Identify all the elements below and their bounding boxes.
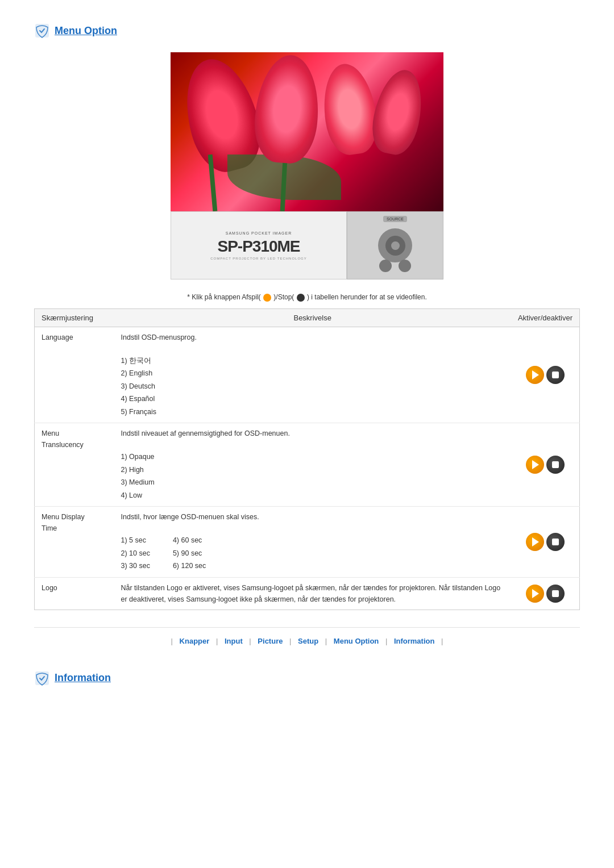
brand-small: SAMSUNG POCKET IMAGER [226,231,292,235]
brand-model: SP-P310ME [217,237,300,256]
language-options: 1) 한국어 2) English 3) Deutsch 4) Español … [121,354,504,419]
displaytime-col1: 1) 5 sec 2) 10 sec 3) 30 sec [121,534,150,573]
row-desc-text: Indstil OSD-menusprog. [121,332,504,343]
video-note-end: ) i tabellen herunder for at se videofil… [307,293,427,301]
play-button-displaytime[interactable] [526,533,544,551]
menu-option-icon [34,23,50,39]
displaytime-desc: Indstil, hvor længe OSD-menuen skal vise… [121,511,504,523]
main-table: Skærmjustering Beskrivelse Aktiver/deakt… [34,308,580,610]
image-section: SAMSUNG POCKET IMAGER SP-P310ME COMPACT … [34,52,580,279]
row-label-language: Language [35,327,114,423]
translucency-desc: Indstil niveauet af gennemsigtighed for … [121,428,504,439]
information-icon [34,670,50,686]
nav-sep-5: | [325,637,327,645]
video-note: * Klik på knappen Afspil( )/Stop( ) i ta… [34,293,580,302]
stop-button-language[interactable] [546,366,565,384]
nav-sep-1: | [171,637,173,645]
page-title: Menu Option [55,25,117,37]
play-icon-inline [263,294,271,302]
bottom-navigation: | Knapper | Input | Picture | Setup | Me… [34,627,580,654]
row-actions-translucency [511,423,580,507]
play-button-logo[interactable] [526,585,544,603]
nav-link-picture[interactable]: Picture [258,637,283,645]
action-buttons-translucency[interactable] [518,456,572,474]
projector-brand: SAMSUNG POCKET IMAGER SP-P310ME COMPACT … [171,211,347,279]
tulip-image [171,52,443,211]
brand-sub: COMPACT PROJECTOR BY LED TECHNOLOGY [210,257,306,260]
row-desc-translucency: Indstil niveauet af gennemsigtighed for … [114,423,511,507]
device-circle [378,228,412,262]
video-note-middle: )/Stop( [273,293,294,301]
nav-sep-6: | [385,637,387,645]
nav-link-input[interactable]: Input [225,637,243,645]
row-actions-displaytime [511,507,580,578]
translucency-options: 1) Opaque 2) High 3) Medium 4) Low [121,450,504,502]
play-button-translucency[interactable] [526,456,544,474]
nav-sep-7: | [441,637,443,645]
row-label-translucency: MenuTranslucency [35,423,114,507]
nav-sep-2: | [216,637,218,645]
device-images: SAMSUNG POCKET IMAGER SP-P310ME COMPACT … [171,52,443,279]
action-buttons-language[interactable] [518,366,572,384]
nav-link-knapper[interactable]: Knapper [180,637,210,645]
table-row: Menu DisplayTime Indstil, hvor længe OSD… [35,507,580,578]
stop-button-logo[interactable] [546,585,565,603]
table-header-col2: Beskrivelse [114,308,511,327]
device-inner [385,236,405,256]
nav-link-setup[interactable]: Setup [298,637,318,645]
stop-button-displaytime[interactable] [546,533,565,551]
table-row: MenuTranslucency Indstil niveauet af gen… [35,423,580,507]
info-section: Information [34,666,580,686]
action-buttons-displaytime[interactable] [518,533,572,551]
row-actions-language [511,327,580,423]
stop-button-translucency[interactable] [546,456,565,474]
row-label-displaytime: Menu DisplayTime [35,507,114,578]
table-header-col3: Aktiver/deaktiver [511,308,580,327]
nav-sep-4: | [289,637,291,645]
page-header: Menu Option [34,23,580,39]
device-btn-2 [399,260,411,272]
row-desc-language: Indstil OSD-menusprog. 1) 한국어 2) English… [114,327,511,423]
nav-link-menuoption[interactable]: Menu Option [334,637,379,645]
device-btn-1 [379,260,392,272]
displaytime-options: 1) 5 sec 2) 10 sec 3) 30 sec 4) 60 sec 5… [121,534,504,573]
action-buttons-logo[interactable] [518,585,572,603]
video-note-text: * Klik på knappen Afspil( [187,293,260,301]
row-desc-logo: Når tilstanden Logo er aktiveret, vises … [114,577,511,610]
info-title: Information [55,672,111,684]
row-label-logo: Logo [35,577,114,610]
stop-icon-inline [297,294,305,302]
logo-desc: Når tilstanden Logo er aktiveret, vises … [121,582,504,605]
device-buttons [379,260,411,272]
displaytime-col2: 4) 60 sec 5) 90 sec 6) 120 sec [173,534,206,573]
table-header-col1: Skærmjustering [35,308,114,327]
table-row: Logo Når tilstanden Logo er aktiveret, v… [35,577,580,610]
play-button-language[interactable] [526,366,544,384]
projector-device [347,211,443,279]
nav-sep-3: | [249,637,251,645]
table-row: Language Indstil OSD-menusprog. 1) 한국어 2… [35,327,580,423]
row-actions-logo [511,577,580,610]
bottom-row: SAMSUNG POCKET IMAGER SP-P310ME COMPACT … [171,211,443,279]
device-dot [391,241,400,250]
row-desc-displaytime: Indstil, hvor længe OSD-menuen skal vise… [114,507,511,578]
nav-link-information[interactable]: Information [394,637,435,645]
